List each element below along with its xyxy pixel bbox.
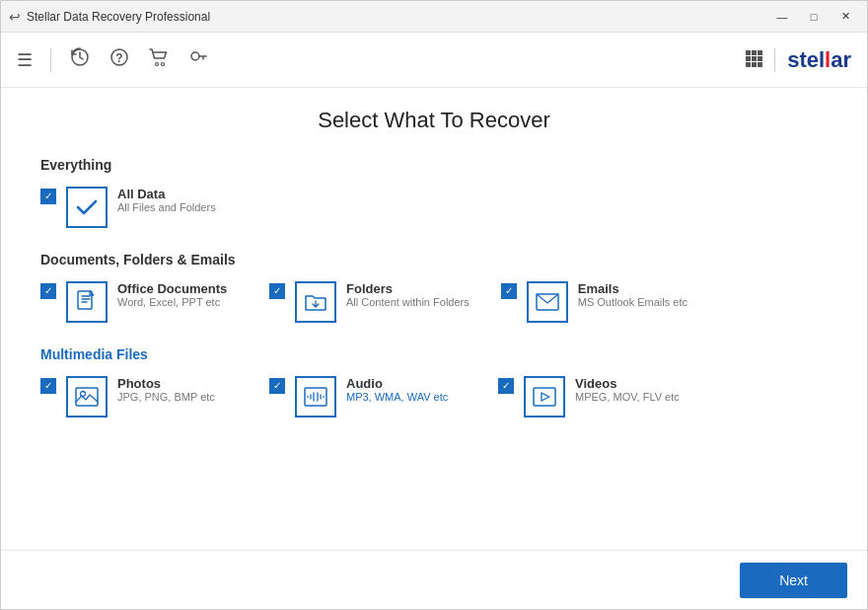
- videos-icon: [524, 376, 565, 418]
- svg-rect-8: [758, 50, 762, 55]
- svg-point-3: [156, 63, 159, 66]
- folders-icon: [295, 281, 336, 323]
- item-grid-multimedia: ✓ Photos JPG, PNG, BMP etc: [40, 376, 828, 418]
- checkbox-outer-photos[interactable]: ✓: [40, 378, 56, 394]
- checkbox-outer-videos[interactable]: ✓: [498, 378, 514, 394]
- checkbox-office-docs[interactable]: ✓: [40, 283, 56, 299]
- svg-rect-20: [534, 388, 555, 406]
- minimize-button[interactable]: —: [768, 7, 796, 27]
- svg-rect-6: [746, 50, 751, 55]
- svg-rect-7: [752, 50, 757, 55]
- svg-rect-10: [752, 56, 757, 61]
- checkbox-emails[interactable]: ✓: [501, 283, 517, 299]
- item-emails: ✓ Emails MS Outlook Emails etc: [501, 281, 698, 323]
- check-icon: ✓: [273, 381, 281, 391]
- toolbar-right: stellar: [745, 47, 851, 73]
- section-documents: Documents, Folders & Emails ✓: [40, 252, 828, 323]
- svg-text:?: ?: [115, 51, 122, 65]
- title-bar: ↩ Stellar Data Recovery Professional — □…: [1, 1, 867, 33]
- section-title-multimedia: Multimedia Files: [40, 346, 828, 362]
- key-icon[interactable]: [187, 46, 209, 73]
- check-icon: ✓: [44, 286, 52, 296]
- all-data-label: All Data: [117, 187, 216, 201]
- all-data-text: All Data All Files and Folders: [117, 187, 216, 213]
- back-icon: ↩: [9, 9, 21, 25]
- folders-text: Folders All Content within Folders: [346, 281, 470, 308]
- svg-rect-14: [758, 62, 762, 67]
- checkbox-outer-office[interactable]: ✓: [40, 283, 56, 299]
- videos-label: Videos: [575, 376, 680, 391]
- all-data-icon: [66, 187, 108, 228]
- videos-text: Videos MPEG, MOV, FLV etc: [575, 376, 680, 403]
- check-icon: ✓: [44, 381, 52, 391]
- photos-label: Photos: [117, 376, 215, 391]
- checkbox-audio[interactable]: ✓: [269, 378, 285, 394]
- check-icon: ✓: [505, 286, 513, 296]
- next-button[interactable]: Next: [740, 563, 847, 598]
- emails-sublabel: MS Outlook Emails etc: [578, 296, 687, 308]
- item-grid-everything: ✓ All Data All Files and Folders: [40, 187, 828, 228]
- help-icon[interactable]: ?: [108, 46, 130, 73]
- brand-text-end: ar: [831, 47, 851, 72]
- emails-text: Emails MS Outlook Emails etc: [578, 281, 687, 308]
- check-icon: ✓: [44, 191, 52, 201]
- item-photos: ✓ Photos JPG, PNG, BMP etc: [40, 376, 238, 418]
- section-title-everything: Everything: [40, 157, 828, 173]
- toolbar-divider: [50, 48, 51, 72]
- section-title-documents: Documents, Folders & Emails: [40, 252, 828, 267]
- office-docs-icon: [66, 281, 108, 323]
- svg-rect-17: [76, 388, 98, 406]
- checkbox-outer-emails[interactable]: ✓: [501, 283, 517, 299]
- item-audio: ✓ Audio MP3, WMA, WAV etc: [269, 376, 467, 418]
- toolbar: ☰ ?: [1, 33, 867, 88]
- photos-sublabel: JPG, PNG, BMP etc: [117, 391, 215, 403]
- checkbox-all-data[interactable]: ✓: [40, 189, 56, 204]
- office-docs-label: Office Documents: [117, 281, 227, 296]
- close-button[interactable]: ✕: [832, 7, 859, 27]
- checkbox-folders[interactable]: ✓: [269, 283, 285, 299]
- office-docs-sublabel: Word, Excel, PPT etc: [117, 296, 227, 308]
- svg-rect-13: [752, 62, 757, 67]
- grid-icon[interactable]: [745, 49, 762, 71]
- svg-rect-12: [746, 62, 751, 67]
- folders-label: Folders: [346, 281, 470, 296]
- page-title: Select What To Recover: [40, 108, 828, 133]
- brand-logo: stellar: [787, 47, 851, 73]
- checkbox-videos[interactable]: ✓: [498, 378, 514, 394]
- checkbox-photos[interactable]: ✓: [40, 378, 56, 394]
- audio-label: Audio: [346, 376, 448, 391]
- footer: Next: [1, 550, 867, 609]
- title-bar-controls: — □ ✕: [768, 7, 859, 27]
- emails-label: Emails: [578, 281, 687, 296]
- videos-sublabel: MPEG, MOV, FLV etc: [575, 391, 680, 403]
- emails-icon: [527, 281, 568, 323]
- item-all-data: ✓ All Data All Files and Folders: [40, 187, 238, 228]
- item-grid-documents: ✓ Office Documents Word, Excel, PPT etc: [40, 281, 828, 323]
- cart-icon[interactable]: [148, 46, 170, 73]
- history-icon[interactable]: [69, 46, 91, 73]
- check-icon: ✓: [273, 286, 281, 296]
- title-bar-title: Stellar Data Recovery Professional: [27, 10, 210, 24]
- main-content: Select What To Recover Everything ✓ All …: [1, 88, 867, 550]
- audio-icon: [295, 376, 336, 418]
- svg-marker-21: [542, 393, 549, 401]
- svg-rect-9: [746, 56, 751, 61]
- hamburger-icon[interactable]: ☰: [17, 49, 33, 71]
- all-data-sublabel: All Files and Folders: [117, 201, 216, 213]
- svg-point-4: [162, 63, 165, 66]
- checkbox-outer-all-data[interactable]: ✓: [40, 189, 56, 204]
- svg-point-18: [81, 392, 86, 397]
- brand-divider: [774, 48, 775, 72]
- maximize-button[interactable]: □: [800, 7, 828, 27]
- audio-text: Audio MP3, WMA, WAV etc: [346, 376, 448, 403]
- section-everything: Everything ✓ All Data All Files and Fold…: [40, 157, 828, 228]
- item-office-docs: ✓ Office Documents Word, Excel, PPT etc: [40, 281, 238, 323]
- item-folders: ✓ Folders All Content within Folders: [269, 281, 470, 323]
- checkbox-outer-folders[interactable]: ✓: [269, 283, 285, 299]
- checkbox-outer-audio[interactable]: ✓: [269, 378, 285, 394]
- office-docs-text: Office Documents Word, Excel, PPT etc: [117, 281, 227, 308]
- title-bar-left: ↩ Stellar Data Recovery Professional: [9, 9, 210, 25]
- check-icon: ✓: [502, 381, 510, 391]
- section-multimedia: Multimedia Files ✓ Photos: [40, 346, 828, 418]
- svg-rect-11: [758, 56, 762, 61]
